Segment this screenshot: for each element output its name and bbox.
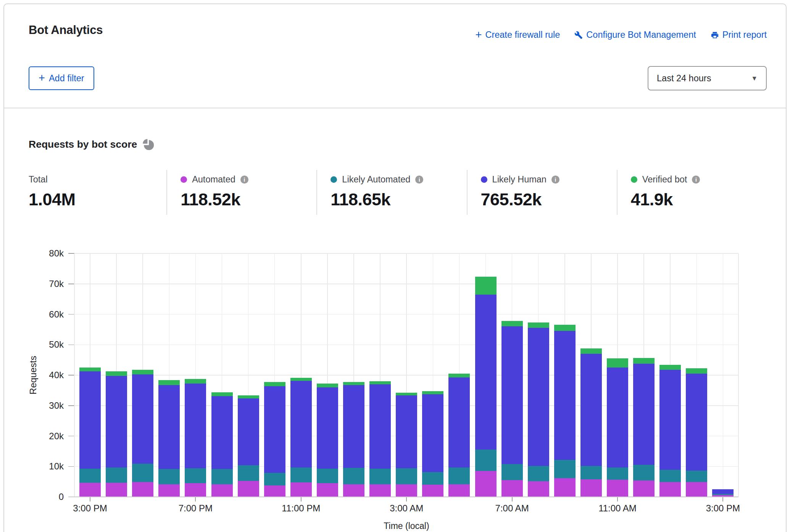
info-icon[interactable]: i <box>551 176 559 184</box>
bar-hour-19[interactable] <box>580 348 602 497</box>
bar-segment-likely-human[interactable] <box>132 374 153 464</box>
info-icon[interactable]: i <box>415 176 423 184</box>
bar-segment-likely-automated[interactable] <box>238 465 259 481</box>
bar-hour-1[interactable] <box>106 371 127 497</box>
bar-segment-likely-automated[interactable] <box>475 450 497 471</box>
bar-segment-automated[interactable] <box>528 481 549 497</box>
bar-segment-likely-human[interactable] <box>607 368 628 468</box>
bar-hour-12[interactable] <box>396 393 417 497</box>
bar-hour-8[interactable] <box>290 378 312 497</box>
bar-segment-automated[interactable] <box>317 483 338 497</box>
bar-segment-verified-bot[interactable] <box>396 393 417 395</box>
bar-hour-4[interactable] <box>185 379 206 497</box>
bar-segment-automated[interactable] <box>607 480 628 497</box>
create-firewall-rule-link[interactable]: + Create firewall rule <box>476 30 560 40</box>
bar-segment-likely-human[interactable] <box>369 384 391 469</box>
bar-segment-automated[interactable] <box>422 485 443 497</box>
bar-hour-21[interactable] <box>633 358 655 497</box>
bar-hour-22[interactable] <box>659 365 681 497</box>
bar-segment-verified-bot[interactable] <box>264 382 285 386</box>
info-icon[interactable]: i <box>692 176 700 184</box>
bar-segment-automated[interactable] <box>290 482 312 497</box>
bar-hour-15[interactable] <box>475 277 497 497</box>
bar-segment-automated[interactable] <box>185 483 206 497</box>
bar-segment-likely-automated[interactable] <box>185 468 206 483</box>
bar-segment-likely-human[interactable] <box>712 489 734 494</box>
bar-segment-likely-human[interactable] <box>264 386 285 473</box>
bar-segment-likely-human[interactable] <box>448 377 470 468</box>
bar-segment-likely-human[interactable] <box>501 326 523 464</box>
bar-segment-likely-human[interactable] <box>185 384 206 468</box>
bar-segment-likely-human[interactable] <box>528 328 549 466</box>
bar-segment-verified-bot[interactable] <box>580 348 602 354</box>
bar-hour-7[interactable] <box>264 382 285 497</box>
bar-hour-9[interactable] <box>317 384 338 497</box>
bar-segment-verified-bot[interactable] <box>686 368 707 374</box>
bar-hour-13[interactable] <box>422 391 443 497</box>
bar-segment-verified-bot[interactable] <box>633 358 655 363</box>
bar-segment-likely-human[interactable] <box>106 376 127 468</box>
bar-hour-24[interactable] <box>712 489 734 497</box>
bar-segment-likely-human[interactable] <box>396 395 417 468</box>
configure-bot-management-link[interactable]: Configure Bot Management <box>574 30 696 40</box>
bar-segment-automated[interactable] <box>106 483 127 497</box>
print-report-link[interactable]: Print report <box>711 30 767 40</box>
bar-segment-likely-automated[interactable] <box>554 460 576 478</box>
bar-segment-verified-bot[interactable] <box>369 381 391 384</box>
bar-hour-14[interactable] <box>448 374 470 497</box>
bar-segment-automated[interactable] <box>343 484 364 497</box>
bar-segment-likely-human[interactable] <box>211 396 233 469</box>
bar-segment-automated[interactable] <box>264 485 285 497</box>
bar-segment-verified-bot[interactable] <box>554 325 576 331</box>
bar-segment-automated[interactable] <box>79 483 101 497</box>
bar-segment-likely-automated[interactable] <box>132 464 153 482</box>
bar-segment-likely-automated[interactable] <box>607 468 628 480</box>
bar-segment-verified-bot[interactable] <box>475 277 497 294</box>
bar-hour-6[interactable] <box>238 395 259 497</box>
bar-segment-likely-human[interactable] <box>422 394 443 472</box>
bar-segment-likely-human[interactable] <box>554 331 576 459</box>
bar-segment-verified-bot[interactable] <box>317 384 338 387</box>
bar-segment-verified-bot[interactable] <box>158 380 180 385</box>
bar-segment-verified-bot[interactable] <box>185 379 206 384</box>
bar-segment-likely-human[interactable] <box>343 385 364 468</box>
bar-segment-likely-human[interactable] <box>238 398 259 465</box>
bar-hour-16[interactable] <box>501 321 523 497</box>
bar-segment-likely-human[interactable] <box>158 385 180 469</box>
bar-hour-17[interactable] <box>528 322 549 497</box>
bar-segment-verified-bot[interactable] <box>211 392 233 396</box>
bar-segment-verified-bot[interactable] <box>448 374 470 377</box>
bar-segment-verified-bot[interactable] <box>422 391 443 394</box>
bar-hour-23[interactable] <box>686 368 707 497</box>
bar-segment-automated[interactable] <box>396 484 417 497</box>
bar-segment-automated[interactable] <box>580 479 602 497</box>
bar-segment-verified-bot[interactable] <box>132 370 153 374</box>
bar-segment-verified-bot[interactable] <box>659 365 681 370</box>
bar-segment-likely-automated[interactable] <box>79 469 101 483</box>
bar-segment-likely-automated[interactable] <box>686 471 707 482</box>
bar-hour-5[interactable] <box>211 392 233 497</box>
bar-segment-likely-human[interactable] <box>633 364 655 465</box>
bar-segment-likely-human[interactable] <box>79 371 101 468</box>
bar-hour-11[interactable] <box>369 381 391 497</box>
bar-segment-likely-automated[interactable] <box>211 469 233 484</box>
bar-segment-likely-human[interactable] <box>659 370 681 470</box>
bar-segment-automated[interactable] <box>132 482 153 497</box>
info-icon[interactable]: i <box>240 176 248 184</box>
bar-segment-likely-automated[interactable] <box>369 469 391 484</box>
bar-segment-likely-automated[interactable] <box>396 468 417 484</box>
bar-segment-likely-automated[interactable] <box>501 464 523 480</box>
bar-segment-verified-bot[interactable] <box>501 321 523 326</box>
bar-segment-automated[interactable] <box>211 484 233 497</box>
bar-segment-likely-automated[interactable] <box>633 465 655 480</box>
bar-hour-3[interactable] <box>158 380 180 497</box>
bar-segment-automated[interactable] <box>659 482 681 497</box>
bar-segment-verified-bot[interactable] <box>106 371 127 376</box>
bar-hour-2[interactable] <box>132 370 153 497</box>
bar-segment-verified-bot[interactable] <box>343 382 364 385</box>
bar-hour-18[interactable] <box>554 325 576 497</box>
bar-segment-automated[interactable] <box>554 478 576 497</box>
bar-segment-likely-automated[interactable] <box>422 472 443 485</box>
bar-segment-automated[interactable] <box>369 484 391 497</box>
bar-segment-automated[interactable] <box>686 482 707 497</box>
